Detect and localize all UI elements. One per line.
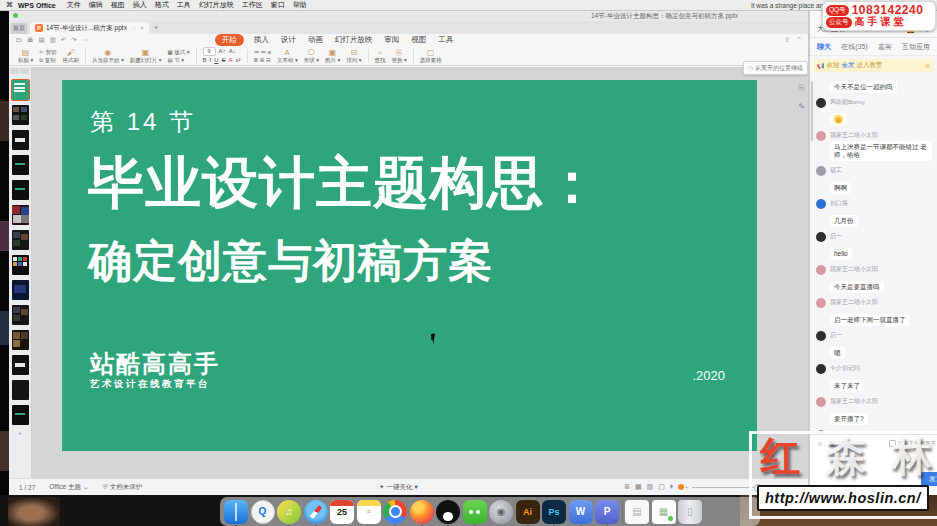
ribbon-tab-动画[interactable]: 动画 — [308, 35, 323, 45]
illustrator-icon[interactable]: Ai — [516, 500, 540, 524]
chat-scrollbar[interactable] — [811, 81, 813, 141]
safari-icon[interactable] — [304, 500, 328, 524]
calendar-icon[interactable]: 25 — [330, 500, 354, 524]
menu-item-7[interactable]: 幻灯片放映 — [199, 0, 234, 10]
ribbon-stack-item[interactable]: ▤ 节 ▾ — [168, 56, 190, 64]
menu-app-name[interactable]: WPS Office — [18, 2, 56, 9]
slide-thumbnail-1[interactable] — [12, 80, 29, 100]
slide-thumbnail-11[interactable] — [12, 330, 29, 350]
ribbon-tab-设计[interactable]: 设计 — [281, 35, 296, 45]
wechat-icon[interactable] — [463, 500, 487, 524]
downloads-stack-icon[interactable]: ▦ — [652, 500, 676, 524]
quick-icon-4[interactable]: ▥ — [50, 36, 56, 44]
ribbon-button-形状[interactable]: ⬠形状 ▾ — [304, 48, 319, 64]
resume-position-tooltip[interactable]: ◷从离开的位置继续 — [743, 61, 808, 75]
side-tool-icon-2[interactable]: ✎ — [798, 102, 805, 111]
slide-thumbnail-7[interactable] — [12, 230, 29, 250]
font-size-box[interactable]: 9 — [203, 47, 216, 56]
view-mode-icon-1[interactable]: ≣ — [624, 483, 630, 491]
gray-app-icon[interactable]: ◉ — [489, 500, 513, 524]
quick-icon-5[interactable]: ↶ — [61, 36, 66, 44]
welcome-username[interactable]: 金发 — [842, 61, 855, 70]
slide-thumbnail-5[interactable] — [12, 180, 29, 200]
mute-icon[interactable]: ≋ — [925, 62, 930, 69]
photoshop-icon[interactable]: Ps — [542, 500, 566, 524]
ribbon-stack-item[interactable]: ▦ 版式 ▾ — [168, 48, 190, 56]
slide-thumbnail-10[interactable] — [12, 305, 29, 325]
font-shrink-button[interactable]: A↓ — [229, 48, 236, 54]
menu-item-5[interactable]: 格式 — [155, 0, 169, 10]
menu-item-9[interactable]: 窗口 — [271, 0, 285, 10]
canvas-side-tools[interactable]: ⎘✎ — [798, 83, 805, 111]
menu-item-4[interactable]: 插入 — [133, 0, 147, 10]
outline-slide-mini-tabs[interactable] — [9, 67, 31, 75]
font-button-x²[interactable]: x² — [236, 57, 241, 63]
slide-thumbnail-8[interactable] — [12, 255, 29, 275]
add-slide-button[interactable]: + — [9, 429, 31, 438]
ribbon-stack-item[interactable]: ✂ 剪切 — [39, 48, 56, 56]
trash-icon[interactable]: ▯ — [678, 500, 702, 524]
ribbon-tab-视图[interactable]: 视图 — [411, 35, 426, 45]
side-tool-icon-1[interactable]: ⎘ — [798, 83, 805, 93]
quick-icon-2[interactable]: 🖶 — [27, 36, 34, 44]
slide-thumbnail-2[interactable] — [12, 105, 29, 125]
chrome-icon[interactable] — [383, 500, 407, 524]
ribbon-button-选择窗格[interactable]: ▢选择窗格 — [420, 48, 442, 64]
view-mode-icon-4[interactable]: ▢ — [658, 483, 665, 491]
ribbon-tab-插入[interactable]: 插入 — [254, 35, 269, 45]
quick-icon-7[interactable]: ⋯ — [82, 36, 89, 44]
ribbon-button-排列[interactable]: ⊟排列 ▾ — [346, 48, 361, 64]
menu-item-8[interactable]: 工作区 — [242, 0, 263, 10]
ribbon-button-文本框[interactable]: A文本框 ▾ — [277, 48, 298, 64]
document-icon[interactable]: ▤ — [625, 500, 649, 524]
window-titlebar[interactable]: 14节-毕业设计主题构思：确定创意与初稿方案.pptx — [9, 11, 808, 21]
slide-thumbnail-panel[interactable]: + — [9, 67, 32, 478]
chat-tab-嘉宾[interactable]: 嘉宾 — [878, 42, 892, 52]
slide-thumbnail-14[interactable] — [12, 405, 29, 425]
ribbon-stack-item[interactable]: ⧉ 复制 — [39, 56, 56, 64]
slide-thumbnail-9[interactable] — [12, 280, 29, 300]
apple-icon[interactable]: ⌘ — [6, 1, 13, 9]
p-app-icon[interactable]: P — [595, 500, 619, 524]
font-button-b[interactable]: B — [203, 57, 207, 63]
ribbon-tab-开始[interactable]: 开始 — [215, 34, 244, 46]
quick-icon-1[interactable]: 🗀 — [16, 36, 23, 44]
menu-item-2[interactable]: 编辑 — [89, 0, 103, 10]
slide-thumbnail-12[interactable] — [12, 355, 29, 375]
menu-item-10[interactable]: 帮助 — [293, 0, 307, 10]
font-grow-button[interactable]: A↑ — [219, 48, 226, 54]
slide-canvas[interactable]: 第 14 节 毕业设计主题构思： 确定创意与初稿方案 站酷高高手 艺术设计在线教… — [31, 67, 808, 478]
zoom-out-button[interactable]: − — [685, 484, 689, 491]
ribbon-button-从当前开始[interactable]: ◉从当前开始 ▾ — [92, 48, 124, 64]
finder-icon[interactable] — [224, 500, 248, 524]
ribbon-button-新建幻灯片[interactable]: ▣新建幻灯片 ▾ — [130, 48, 162, 64]
ribbon-stack-item[interactable]: ≣ ⊞ ⊟ — [254, 56, 271, 64]
chat-tab-互动应用[interactable]: 互动应用 — [902, 42, 930, 52]
record-dot-icon[interactable] — [678, 484, 684, 490]
font-button-u[interactable]: U — [214, 57, 218, 63]
tab-close-icon[interactable]: × — [140, 25, 144, 31]
font-button-a[interactable]: A — [229, 57, 233, 63]
firefox-icon[interactable] — [410, 500, 434, 524]
one-click-beautify-button[interactable]: ✦一键美化▾ — [379, 483, 418, 492]
qq-music-icon[interactable]: ♫ — [277, 500, 301, 524]
ribbon-button-查找[interactable]: ⌕查找 — [375, 48, 386, 64]
quicktime-icon[interactable]: Q — [251, 500, 275, 524]
view-mode-icon-5[interactable]: ⏵ — [670, 483, 674, 491]
font-button-s[interactable]: S — [222, 57, 226, 63]
wps-office-icon[interactable]: W — [569, 500, 593, 524]
ribbon-button-格式刷[interactable]: 🖌格式刷 — [62, 48, 79, 64]
favorite-heart-icon[interactable]: ♡ — [131, 25, 136, 32]
view-mode-buttons[interactable]: ≣▦▥▢⏵ — [624, 483, 684, 491]
home-tab-button[interactable]: 首页 — [11, 23, 27, 34]
view-mode-icon-3[interactable]: ▥ — [647, 483, 654, 491]
ribbon-stack-item[interactable]: ≔ ≕ ≡ — [254, 48, 271, 56]
chat-message-list[interactable]: 今天不是位一起的吗风吹稻Bunny☺我家王二喵小太阳马上决赛是一节课都不能错过 … — [810, 73, 937, 435]
menu-item-6[interactable]: 工具 — [177, 0, 191, 10]
theme-selector[interactable]: Office 主题⌄ — [49, 483, 88, 492]
document-protect-status[interactable]: ⛨文档未保护 — [102, 483, 142, 492]
document-tab[interactable]: P 14节-毕业设计...稿方案.pptx ♡ × — [30, 22, 149, 34]
corner-icon-2[interactable]: ⌃ — [796, 36, 802, 44]
quick-icon-3[interactable]: ▤ — [39, 36, 45, 44]
slide-thumbnail-6[interactable] — [12, 205, 29, 225]
